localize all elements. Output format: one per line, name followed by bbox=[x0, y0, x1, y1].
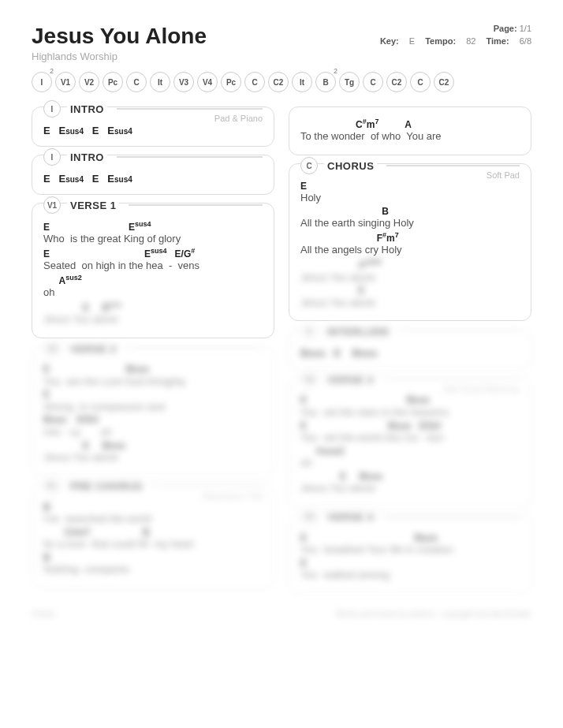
section-intro-1: I INTRO Pad & Piano E Esus4 E Esus4 bbox=[32, 106, 274, 147]
section-title: VERSE 1 bbox=[67, 200, 119, 211]
section-title: INTRO bbox=[67, 103, 107, 115]
section-pre-chorus: Pc PRE CHORUS Shimmers / Full BI've sear… bbox=[32, 484, 274, 588]
section-title: INTRO bbox=[67, 151, 107, 163]
arrangement-item[interactable]: I2 bbox=[32, 72, 52, 92]
section-chorus: C CHORUS Soft Pad EHoly BAll the earth s… bbox=[289, 163, 531, 321]
chord-line: E Esus4 E Esus4 bbox=[43, 173, 263, 185]
arrangement-item[interactable]: V2 bbox=[79, 72, 99, 92]
section-title: INTERLUDE bbox=[324, 326, 393, 338]
arrangement-item[interactable]: V3 bbox=[173, 72, 194, 92]
section-title: VERSE 4 bbox=[324, 511, 376, 523]
chord-line: E Esus4 E Esus4 bbox=[43, 125, 263, 136]
section-interlude: It INTERLUDE Bsus E Bsus bbox=[289, 329, 531, 369]
section-title: CHORUS bbox=[324, 160, 377, 172]
section-badge: I bbox=[43, 148, 61, 166]
arrangement-bar: I2V1V2PcCItV3V4PcCC2ItB2TgCC2CC2 bbox=[32, 72, 531, 92]
section-title: PRE CHORUS bbox=[67, 480, 146, 492]
artist-name: Highlands Worship bbox=[32, 50, 207, 62]
section-badge: V3 bbox=[300, 371, 318, 388]
section-title: VERSE 3 bbox=[324, 374, 376, 386]
header: Jesus You Alone Highlands Worship Page: … bbox=[32, 24, 531, 62]
section-note: Pad & Piano bbox=[214, 114, 263, 123]
section-badge: V2 bbox=[43, 340, 61, 357]
section-badge: C bbox=[300, 157, 318, 174]
arrangement-item[interactable]: C bbox=[410, 72, 431, 92]
section-title: VERSE 2 bbox=[67, 343, 119, 355]
arrangement-item[interactable]: It bbox=[292, 72, 312, 92]
section-verse-1: V1 VERSE 1 E Esus4Who is the great King … bbox=[32, 203, 274, 338]
arrangement-item[interactable]: C2 bbox=[434, 72, 454, 92]
arrangement-item[interactable]: C bbox=[126, 72, 147, 92]
section-badge: V4 bbox=[300, 509, 318, 526]
arrangement-item[interactable]: V1 bbox=[55, 72, 76, 92]
section-note: Shimmers / Full bbox=[203, 491, 263, 501]
arrangement-item[interactable]: Pc bbox=[221, 72, 241, 92]
song-title: Jesus You Alone bbox=[32, 24, 207, 49]
footer: Charts Words and music by authors · copy… bbox=[32, 610, 531, 618]
section-verse-4: V4 VERSE 4 E BsusYou breathed Your life … bbox=[289, 515, 531, 594]
chord-line: Bsus E Bsus bbox=[300, 347, 520, 359]
section-note: Add Vocal Harmony bbox=[443, 384, 520, 394]
section-badge: V1 bbox=[43, 196, 61, 214]
arrangement-item[interactable]: V4 bbox=[197, 72, 218, 92]
section-verse-2: V2 VERSE 2 E BsusYou are the Lord God Al… bbox=[32, 346, 274, 476]
section-badge: Pc bbox=[43, 478, 61, 495]
arrangement-item[interactable]: It bbox=[150, 72, 170, 92]
section-badge: I bbox=[43, 100, 61, 118]
right-column: C#m7 ATo the wonder of who You are C CHO… bbox=[289, 106, 531, 594]
arrangement-item[interactable]: C2 bbox=[386, 72, 407, 92]
section-verse-3: V3 VERSE 3 Add Vocal Harmony E BsusYou s… bbox=[289, 377, 531, 506]
left-column: I INTRO Pad & Piano E Esus4 E Esus4 I IN… bbox=[32, 106, 274, 594]
song-meta: Page: 1/1 Key: E Tempo: 82 Time: 6/8 bbox=[372, 24, 531, 46]
arrangement-item[interactable]: B2 bbox=[315, 72, 336, 92]
arrangement-item[interactable]: Tg bbox=[339, 72, 360, 92]
section-continuation: C#m7 ATo the wonder of who You are bbox=[289, 106, 531, 155]
section-note: Soft Pad bbox=[487, 170, 520, 180]
section-intro-2: I INTRO E Esus4 E Esus4 bbox=[32, 155, 274, 195]
arrangement-item[interactable]: C bbox=[363, 72, 383, 92]
arrangement-item[interactable]: C2 bbox=[268, 72, 289, 92]
section-badge: It bbox=[300, 323, 318, 340]
arrangement-item[interactable]: Pc bbox=[103, 72, 123, 92]
arrangement-item[interactable]: C bbox=[244, 72, 265, 92]
